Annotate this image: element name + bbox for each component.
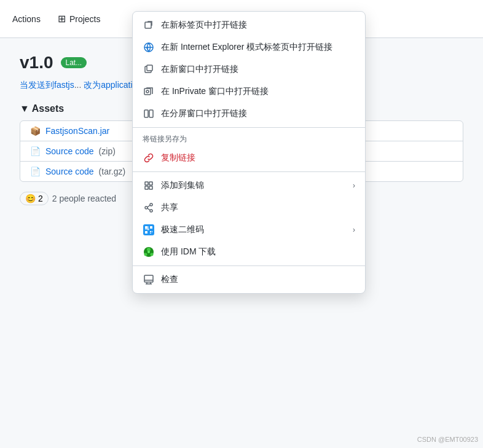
asset-link-jar[interactable]: FastjsonScan.jar <box>45 126 109 136</box>
svg-rect-18 <box>150 226 152 229</box>
table-icon: ⊞ <box>58 13 66 25</box>
new-tab-icon <box>143 19 155 31</box>
svg-point-27 <box>144 253 147 256</box>
divider-2 <box>133 171 365 172</box>
menu-label-share: 共享 <box>161 202 355 213</box>
menu-label-inspect: 检查 <box>161 274 355 285</box>
menu-item-copy-link[interactable]: 复制链接 <box>133 147 365 169</box>
save-as-label: 将链接另存为 <box>133 130 365 147</box>
copy-link-icon <box>143 152 155 164</box>
reaction-button[interactable]: 😊 2 <box>20 192 49 205</box>
inprivate-icon <box>143 85 155 98</box>
desc-start: 当发送到fastjs <box>20 80 74 90</box>
svg-point-6 <box>146 90 149 93</box>
menu-item-split[interactable]: 在分屏窗口中打开链接 <box>133 103 365 125</box>
svg-point-28 <box>151 253 154 256</box>
svg-rect-10 <box>149 182 152 185</box>
menu-label-inprivate: 在 InPrivate 窗口中打开链接 <box>161 86 355 97</box>
file-targz-icon: 📄 <box>30 167 41 176</box>
svg-text:e: e <box>146 45 149 50</box>
divider-3 <box>133 265 365 266</box>
share-icon <box>143 202 155 214</box>
qr-icon <box>143 224 155 236</box>
svg-rect-5 <box>144 88 151 95</box>
menu-item-inprivate[interactable]: 在 InPrivate 窗口中打开链接 <box>133 81 365 103</box>
projects-label: Projects <box>69 14 101 24</box>
svg-rect-9 <box>145 182 148 185</box>
reaction-count: 2 <box>38 194 43 203</box>
file-zip-icon: 📄 <box>30 146 41 156</box>
menu-item-idm[interactable]: 使用 IDM 下载 <box>133 241 365 263</box>
context-menu: 在新标签页中打开链接 e 在新 Internet Explorer 模式标签页中… <box>132 11 366 294</box>
svg-rect-12 <box>149 186 152 189</box>
svg-rect-11 <box>145 186 148 189</box>
qr-arrow: › <box>353 226 355 234</box>
menu-label-idm: 使用 IDM 下载 <box>161 246 355 257</box>
svg-rect-23 <box>148 226 149 230</box>
menu-item-new-window[interactable]: 在新窗口中打开链接 <box>133 58 365 81</box>
latest-badge: Lat... <box>61 57 87 68</box>
svg-point-29 <box>147 251 150 253</box>
menu-label-new-window: 在新窗口中打开链接 <box>161 64 355 75</box>
ie-icon: e <box>143 41 155 53</box>
menu-item-inspect[interactable]: 检查 <box>133 269 365 291</box>
svg-rect-0 <box>145 22 151 28</box>
svg-rect-4 <box>147 65 152 71</box>
menu-label-qr: 极速二维码 <box>161 224 347 235</box>
package-icon: 📦 <box>30 126 41 136</box>
menu-item-collections[interactable]: 添加到集锦 › <box>133 175 365 197</box>
svg-rect-22 <box>150 233 151 234</box>
menu-item-ie[interactable]: e 在新 Internet Explorer 模式标签页中打开链接 <box>133 36 365 58</box>
menu-label-split: 在分屏窗口中打开链接 <box>161 108 355 119</box>
reaction-text: 2 people reacted <box>52 194 116 203</box>
svg-rect-19 <box>145 231 147 234</box>
svg-point-14 <box>145 206 147 209</box>
collections-icon <box>143 179 155 192</box>
menu-item-new-tab[interactable]: 在新标签页中打开链接 <box>133 14 365 36</box>
menu-label-new-tab: 在新标签页中打开链接 <box>161 20 355 31</box>
svg-point-15 <box>150 210 152 212</box>
menu-label-ie: 在新 Internet Explorer 模式标签页中打开链接 <box>161 42 355 53</box>
collections-arrow: › <box>353 181 355 190</box>
svg-rect-20 <box>150 231 151 232</box>
svg-rect-8 <box>149 110 153 117</box>
menu-item-qr[interactable]: 极速二维码 › <box>133 219 365 241</box>
split-icon <box>143 108 155 120</box>
inspect-icon <box>143 273 155 286</box>
actions-nav[interactable]: Actions <box>10 9 43 29</box>
idm-icon <box>143 246 155 258</box>
svg-rect-16 <box>143 224 154 235</box>
svg-rect-7 <box>144 110 148 117</box>
actions-label: Actions <box>12 14 41 24</box>
watermark: CSDN @EMT00923 <box>417 436 478 443</box>
asset-zip-suffix: (zip) <box>99 146 116 156</box>
menu-label-collections: 添加到集锦 <box>161 180 347 191</box>
divider-1 <box>133 127 365 128</box>
projects-nav[interactable]: ⊞ Projects <box>55 8 103 29</box>
asset-link-targz[interactable]: Source code <box>45 167 94 176</box>
asset-targz-suffix: (tar.gz) <box>99 167 126 176</box>
reaction-emoji: 😊 <box>25 194 36 203</box>
svg-rect-30 <box>144 275 153 282</box>
asset-link-zip[interactable]: Source code <box>45 146 94 156</box>
svg-rect-17 <box>145 226 147 229</box>
svg-rect-21 <box>152 231 152 232</box>
version-title: v1.0 <box>20 53 53 73</box>
new-window-icon <box>143 63 155 76</box>
svg-rect-24 <box>145 229 149 230</box>
menu-label-copy-link: 复制链接 <box>161 152 355 163</box>
svg-point-13 <box>150 203 152 206</box>
menu-item-share[interactable]: 共享 <box>133 197 365 219</box>
